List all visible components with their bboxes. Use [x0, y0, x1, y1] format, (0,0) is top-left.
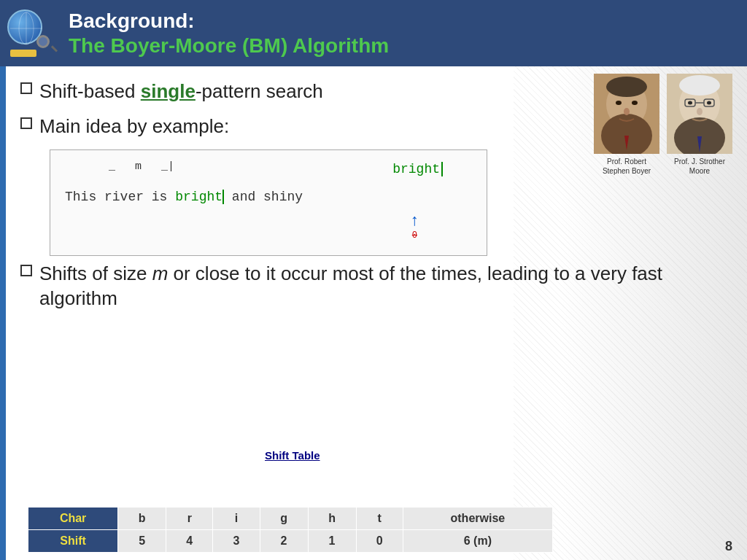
svg-point-17 — [688, 101, 692, 105]
shift-val-b: 5 — [118, 530, 166, 553]
magnifier-icon — [36, 35, 57, 55]
col-header-g: g — [260, 508, 308, 530]
svg-point-18 — [707, 101, 711, 105]
boyer-photo — [594, 74, 659, 154]
photos-area: Prof. Robert Stephen Boyer — [594, 74, 732, 176]
table-header-row: Char b r i g h t otherwise — [28, 508, 553, 530]
slide: Background: The Boyer-Moore (BM) Algorit… — [0, 0, 747, 560]
shift-val-i: 3 — [213, 530, 260, 553]
shift-val-r: 4 — [166, 530, 213, 553]
boyer-caption: Prof. Robert Stephen Boyer — [594, 157, 659, 176]
diagram-area: _ m _| bright This river is bright and s… — [50, 149, 487, 256]
shift-table-area: Char b r i g h t otherwise Shift — [28, 507, 553, 553]
table-data-row: Shift 5 4 3 2 1 0 6 (m) — [28, 530, 553, 553]
photo-boyer: Prof. Robert Stephen Boyer — [594, 74, 659, 176]
row-label-shift: Shift — [28, 530, 118, 553]
bullet-3: Shifts of size m or close to it occur mo… — [20, 262, 732, 311]
content-area: Prof. Robert Stephen Boyer — [0, 66, 747, 560]
up-arrow-icon: ↑ — [410, 212, 419, 230]
text-highlight: bright — [175, 190, 224, 204]
moore-photo — [667, 74, 732, 154]
col-header-t: t — [356, 508, 403, 530]
boyer-face-svg — [594, 74, 659, 154]
main-content: Prof. Robert Stephen Boyer — [6, 66, 747, 560]
header-text: Background: The Boyer-Moore (BM) Algorit… — [69, 9, 735, 58]
bullet-text-3: Shifts of size m or close to it occur mo… — [39, 262, 732, 311]
col-header-i: i — [213, 508, 260, 530]
svg-point-8 — [632, 101, 638, 105]
col-header-h: h — [308, 508, 356, 530]
pattern-display: bright — [392, 162, 443, 176]
col-header-char: Char — [28, 508, 118, 530]
shift-table-label: Shift Table — [265, 449, 320, 462]
header: Background: The Boyer-Moore (BM) Algorit… — [0, 0, 747, 66]
svg-point-13 — [679, 75, 720, 96]
bullet-box-2 — [20, 117, 32, 129]
page-number: 8 — [725, 539, 732, 554]
header-title-top: Background: — [69, 9, 735, 34]
header-icon — [7, 9, 58, 57]
shift-table: Char b r i g h t otherwise Shift — [28, 507, 553, 553]
book-icon — [10, 50, 36, 57]
bullet-text-2: Main idea by example: — [39, 114, 229, 139]
shift-val-g: 2 — [260, 530, 308, 553]
svg-point-9 — [624, 108, 630, 115]
moore-caption: Prof. J. Strother Moore — [667, 157, 732, 176]
bullet-text-1: Shift-based single-pattern search — [39, 79, 323, 104]
col-header-r: r — [166, 508, 213, 530]
single-keyword: single — [141, 80, 196, 102]
up-arrow-area: ↑ 0 — [410, 212, 419, 241]
col-header-otherwise: otherwise — [403, 508, 552, 530]
header-title-bottom: The Boyer-Moore (BM) Algorithm — [69, 34, 735, 58]
bullet-box-1 — [20, 82, 32, 94]
moore-face-svg — [667, 74, 732, 154]
svg-point-19 — [697, 108, 703, 115]
left-bar — [0, 66, 6, 560]
shift-val-t: 0 — [356, 530, 403, 553]
diagram-arrows: _ m _| — [109, 160, 174, 173]
svg-point-6 — [606, 77, 647, 97]
col-header-b: b — [118, 508, 166, 530]
svg-point-7 — [616, 101, 622, 105]
photo-moore: Prof. J. Strother Moore — [667, 74, 732, 176]
bullet-box-3 — [20, 265, 32, 276]
text-line: This river is bright and shiny — [65, 190, 303, 204]
shift-val-otherwise: 6 (m) — [403, 530, 552, 553]
zero-label: 0 — [412, 230, 417, 241]
shift-val-h: 1 — [308, 530, 356, 553]
